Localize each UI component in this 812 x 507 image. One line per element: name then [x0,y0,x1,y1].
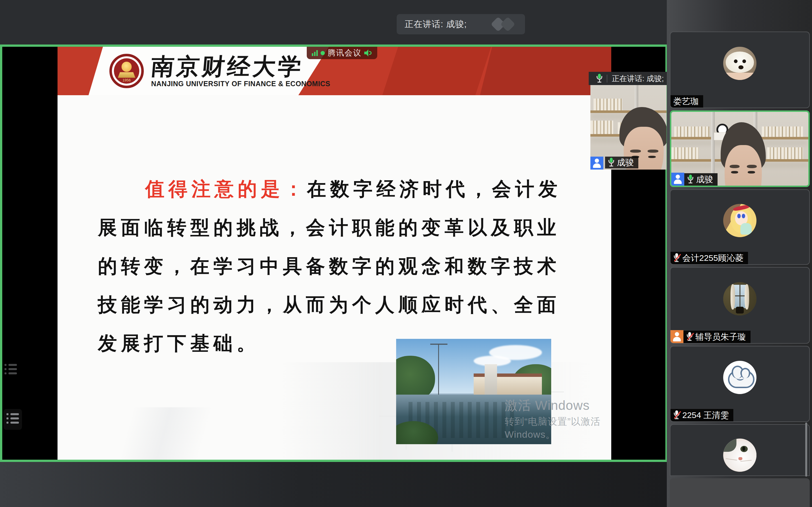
speaker-video-thumbnail: 成骏 [591,85,666,170]
participant-tile[interactable]: 辅导员朱子璇 [670,267,810,344]
cartoon-girl-avatar [723,204,756,237]
participant-name-tag: 辅导员朱子璇 [683,331,751,343]
slide-body-text: 值得注意的是：在数字经济时代，会计发 展面临转型的挑战，会计职能的变革以及职业 … [98,170,549,362]
participant-face [721,122,766,187]
speaking-status-pill: 正在讲话: 成骏; [397,14,525,34]
participant-tile[interactable]: 2254 王清雯 [670,346,810,422]
slide-text-line: 展面临转型的挑战，会计职能的变革以及职业 [98,208,549,247]
participant-name: 会计2255顾沁菱 [682,252,744,264]
cohost-badge-icon [670,330,683,343]
list-tool-icon[interactable] [4,364,17,377]
window-curtains-avatar [723,282,756,316]
mic-muted-icon [686,332,693,342]
participants-sidebar: 娄艺珈 [667,0,812,507]
participant-tile[interactable]: 娄艺珈 [670,32,810,108]
speaker-audio-icon [364,49,372,57]
participant-name: 2254 王清雯 [682,409,729,421]
list-tool-button[interactable] [3,409,22,430]
cloud-avatar [723,361,756,394]
overlay-name-tag: 成骏 [605,157,638,168]
tencent-meeting-logo-icon [491,17,518,32]
university-seal-icon: 1956 [109,54,144,88]
speaker-overlay[interactable]: 正在讲话: 成骏; 成骏 [589,72,668,170]
windows-activation-watermark-line2: 转到“电脑设置”以激活 Windows。 [505,415,611,441]
dog-avatar [723,47,756,80]
mic-on-icon [687,175,694,184]
meeting-badge-label: 腾讯会议 [327,48,361,58]
mic-muted-icon [673,410,680,420]
participant-tile-speaking[interactable]: 成骏 [670,110,810,187]
partial-next-tile [670,478,810,507]
meeting-window: 正在讲话: 成骏; 1956 [0,0,812,507]
participant-name: 辅导员朱子璇 [695,331,746,343]
mic-on-icon [596,74,603,83]
host-badge-icon [671,173,684,186]
faint-swoosh-watermark [57,407,232,460]
participant-name-tag: 娄艺珈 [670,95,703,108]
participant-name-tag: 2254 王清雯 [670,409,733,421]
speaker-overlay-header: 正在讲话: 成骏; [589,72,668,85]
slide-text-line: 的转变，在学习中具备数字的观念和数字技术 [98,247,549,285]
host-badge-icon [591,157,603,170]
university-logo: 1956 南京财经大学 NANJING UNIVERSITY OF FINANC… [109,51,330,91]
seal-year: 1956 [112,78,141,82]
list-tool-icon [6,413,19,426]
divider [607,75,607,82]
main-stage: 1956 南京财经大学 NANJING UNIVERSITY OF FINANC… [0,45,669,507]
stage-bottom-strip [0,462,669,507]
recording-dot-icon [320,51,325,55]
university-name-en: NANJING UNIVERSITY OF FINANCE & ECONOMIC… [151,80,330,88]
overlay-speaker-name: 成骏 [617,157,634,168]
participant-tile[interactable]: 会计2255顾沁菱 [670,189,810,265]
speaking-status-text: 正在讲话: 成骏; [405,18,467,30]
mic-on-icon [608,158,615,167]
screen-share-view[interactable]: 1956 南京财经大学 NANJING UNIVERSITY OF FINANC… [0,45,668,462]
windows-activation-watermark-line1: 激活 Windows [505,397,590,414]
mic-muted-icon [673,253,680,263]
slide-header-band: 1956 南京财经大学 NANJING UNIVERSITY OF FINANC… [57,47,611,95]
participant-name: 娄艺珈 [673,96,699,107]
participant-name: 成骏 [696,174,713,185]
participant-name-tag: 成骏 [684,173,718,186]
slide-text-highlight: 值得注意的是： [145,178,307,200]
slide-text-line: 技能学习的动力，从而为个人顺应时代、全面 [98,285,549,324]
signal-strength-icon [312,50,318,56]
cat-avatar [723,439,756,472]
sidebar-scrollbar[interactable] [805,422,807,476]
header-deco-shape [382,47,491,95]
presentation-slide: 1956 南京财经大学 NANJING UNIVERSITY OF FINANC… [57,47,611,460]
slide-text-line: 值得注意的是：在数字经济时代，会计发 [98,170,549,208]
participant-name-tag: 会计2255顾沁菱 [670,252,748,264]
top-bar: 正在讲话: 成骏; [0,0,669,45]
overlay-speaking-text: 正在讲话: 成骏; [612,73,664,83]
tencent-meeting-badge: 腾讯会议 [307,47,377,59]
participant-tile[interactable] [670,424,810,476]
university-name-cn: 南京财经大学 [150,54,331,78]
